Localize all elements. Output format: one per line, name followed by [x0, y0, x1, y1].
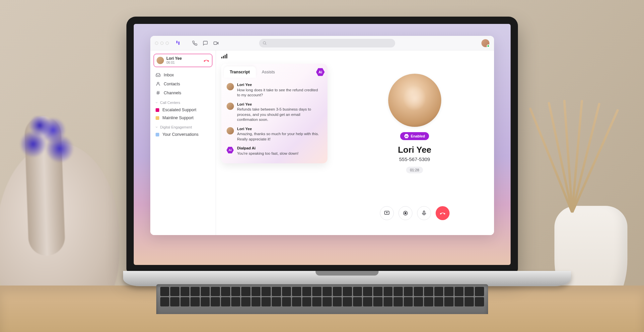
message-speaker: Dialpad Ai [237, 146, 299, 151]
svg-rect-0 [214, 42, 217, 44]
message-avatar [227, 103, 234, 110]
hangup-button[interactable] [436, 206, 450, 220]
laptop-frame: Lori Yee 06:01 Inbox [123, 17, 521, 314]
inbox-icon [156, 72, 161, 77]
item-label: Your Conversations [163, 132, 199, 137]
tab-transcript[interactable]: Transcript [224, 66, 256, 78]
message-text: Refunds take between 3-5 business days t… [237, 107, 322, 123]
active-call-card[interactable]: Lori Yee 06:01 [154, 54, 212, 67]
app-logo-icon [175, 40, 181, 46]
phone-icon[interactable] [192, 41, 197, 46]
message-avatar [227, 127, 234, 134]
nav-label: Channels [164, 91, 181, 95]
hash-icon [156, 90, 161, 95]
section-label: Digital Engagement [160, 125, 192, 129]
call-controls [380, 206, 450, 220]
search-input[interactable] [259, 39, 395, 47]
sidebar-item-inbox[interactable]: Inbox [150, 70, 216, 79]
mute-button[interactable] [417, 206, 431, 220]
message-speaker: Lori Yee [237, 126, 322, 132]
sidebar-item-channels[interactable]: Channels [150, 88, 216, 97]
item-label: Escalated Support [163, 108, 196, 112]
section-label: Call Centers [160, 101, 180, 105]
message-text: Amazing, thanks so much for your help wi… [237, 131, 322, 142]
active-call-avatar [157, 57, 164, 64]
chevron-down-icon [155, 125, 158, 129]
transcript-message-ai: Ai Dialpad Ai You're speaking too fast, … [225, 144, 323, 158]
hangup-mini-icon[interactable] [203, 57, 209, 63]
message-text: You're speaking too fast, slow down! [237, 151, 299, 156]
call-duration: 01:28 [406, 167, 423, 173]
svg-line-5 [157, 91, 158, 95]
search-icon [262, 41, 267, 45]
svg-line-6 [158, 91, 159, 95]
item-label: Mainline Support [163, 116, 194, 120]
svg-point-2 [157, 82, 159, 84]
svg-point-9 [404, 212, 406, 214]
contact-avatar [388, 74, 441, 127]
ai-badge-icon: Ai [316, 68, 325, 76]
sidebar-item-contacts[interactable]: Contacts [150, 79, 216, 88]
main-panel: Transcript Assists Ai Lori Yee How long … [216, 50, 494, 235]
svg-point-1 [263, 42, 266, 44]
transcript-message: Lori Yee Amazing, thanks so much for you… [225, 124, 323, 144]
svg-rect-10 [423, 211, 425, 213]
color-swatch-icon [156, 108, 159, 112]
color-swatch-icon [156, 133, 159, 136]
message-speaker: Lori Yee [237, 82, 322, 88]
transcript-panel: Transcript Assists Ai Lori Yee How long … [221, 64, 327, 163]
status-dot-icon [487, 44, 490, 47]
sidebar: Lori Yee 06:01 Inbox [150, 50, 216, 235]
transcript-message: Lori Yee How long does it take to see th… [225, 80, 323, 100]
contacts-icon [156, 81, 161, 86]
contact-phone: 555-567-5309 [399, 156, 430, 162]
ai-hex-icon: Ai [404, 134, 409, 138]
tab-assists[interactable]: Assists [256, 66, 281, 78]
chevron-down-icon [155, 101, 158, 104]
section-digital-engagement[interactable]: Digital Engagement [150, 122, 216, 130]
record-button[interactable] [398, 206, 412, 220]
message-avatar [227, 83, 234, 90]
active-call-duration: 06:01 [167, 61, 201, 65]
app-window: Lori Yee 06:01 Inbox [150, 36, 494, 235]
signal-strength-icon [221, 54, 227, 58]
section-call-centers[interactable]: Call Centers [150, 97, 216, 106]
sidebar-item-your-conversations[interactable]: Your Conversations [150, 130, 216, 138]
active-call-name: Lori Yee [167, 56, 201, 61]
user-avatar[interactable] [481, 39, 489, 47]
video-icon[interactable] [213, 41, 219, 46]
chat-icon[interactable] [203, 41, 208, 46]
call-panel: Ai Enabled Lori Yee 555-567-5309 01:28 [335, 50, 494, 235]
message-text: How long does it take to see the refund … [237, 88, 322, 98]
enabled-label: Enabled [411, 134, 425, 138]
sidebar-item-escalated-support[interactable]: Escalated Support [150, 106, 216, 114]
message-speaker: Lori Yee [237, 102, 322, 107]
ai-enabled-pill[interactable]: Ai Enabled [400, 132, 429, 140]
decor-sticks [551, 100, 611, 212]
contact-name: Lori Yee [398, 145, 431, 155]
screenshare-button[interactable] [380, 206, 394, 220]
ai-avatar-icon: Ai [227, 146, 234, 154]
nav-label: Inbox [164, 73, 174, 77]
color-swatch-icon [156, 116, 159, 120]
topbar [150, 36, 494, 50]
window-traffic-lights[interactable] [155, 42, 169, 45]
sidebar-item-mainline-support[interactable]: Mainline Support [150, 114, 216, 122]
transcript-message: Lori Yee Refunds take between 3-5 busine… [225, 100, 323, 124]
nav-label: Contacts [164, 82, 180, 86]
